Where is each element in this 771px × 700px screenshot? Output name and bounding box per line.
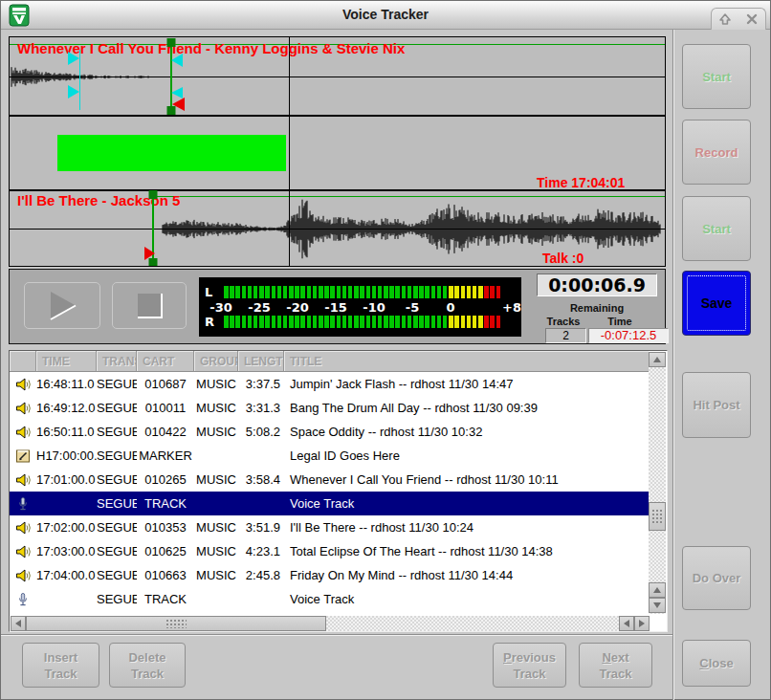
right-panel-divider — [672, 30, 674, 700]
row-trans-cell: SEGUE — [97, 515, 137, 539]
row-trans-cell: SEGUE — [97, 420, 137, 444]
column-header-group[interactable]: GROUP — [194, 351, 238, 372]
insert-track-button[interactable]: Insert Track — [22, 643, 99, 688]
row-time-cell: H17:00:00.0 — [36, 444, 97, 468]
table-row[interactable]: 16:49:12.0SEGUE010011MUSIC3:31.3Bang The… — [10, 396, 649, 420]
meter-segment — [425, 286, 430, 298]
vertical-scroll-thumb[interactable] — [649, 502, 666, 531]
row-length-cell: 3:51.9 — [238, 515, 284, 539]
start-2-button[interactable]: Start — [682, 196, 751, 261]
do-over-button[interactable]: Do Over — [682, 546, 751, 610]
scroll-up-button-2[interactable] — [649, 582, 666, 598]
waveform-base-layer — [10, 37, 665, 266]
meter-segment — [419, 316, 424, 328]
meter-segment — [300, 316, 305, 328]
meter-segment — [431, 286, 436, 298]
down-arrow-icon — [653, 602, 661, 608]
close-window-button[interactable] — [743, 11, 760, 27]
row-cart-cell: 010011 — [137, 396, 194, 420]
waveform-editor[interactable]: Whenever I Call You Friend - Kenny Loggi… — [9, 36, 666, 267]
stop-button[interactable] — [112, 282, 187, 329]
meter-segment — [366, 316, 371, 328]
meter-segment — [235, 316, 240, 328]
stop-icon — [113, 283, 186, 328]
voice-track-region[interactable] — [57, 135, 286, 171]
horizontal-scroll-thumb[interactable] — [26, 616, 326, 631]
column-header-icon[interactable] — [10, 351, 36, 372]
shade-window-button[interactable] — [716, 11, 734, 27]
meter-segment — [360, 316, 364, 328]
table-row[interactable]: 16:48:11.0SEGUE010687MUSIC3:37.5Jumpin' … — [10, 372, 649, 396]
row-time-cell — [36, 492, 97, 515]
column-header-length[interactable]: LENGTH — [238, 351, 284, 372]
delete-track-button[interactable]: Delete Track — [109, 643, 186, 688]
track-list-body: 16:48:11.0SEGUE010687MUSIC3:37.5Jumpin' … — [10, 372, 649, 615]
row-trans-cell: SEGUE — [97, 468, 137, 492]
meter-segment — [378, 316, 383, 328]
remaining-tracks-value: 2 — [545, 328, 586, 343]
meter-segment — [289, 286, 294, 298]
scroll-up-button[interactable] — [649, 352, 666, 367]
table-row[interactable]: H17:00:00.0SEGUEMARKERLegal ID Goes Here — [10, 444, 649, 468]
hit-post-button[interactable]: Hit Post — [682, 372, 751, 438]
scroll-right-button[interactable] — [634, 616, 650, 631]
scroll-left-button-2[interactable] — [619, 616, 634, 631]
column-header-title[interactable]: TITLE — [284, 351, 649, 372]
remaining-time-value: -0:07:12.5 — [588, 328, 669, 343]
horizontal-scrollbar[interactable] — [11, 616, 650, 631]
up-arrow-icon — [653, 357, 661, 362]
row-length-cell — [238, 492, 284, 515]
play-button[interactable] — [24, 282, 100, 329]
row-trans-cell: SEGUE — [97, 539, 137, 563]
row-time-cell: 17:01:00.0 — [36, 468, 97, 492]
meter-segment — [307, 286, 312, 298]
meter-segment — [230, 316, 234, 328]
close-button[interactable]: Close — [682, 640, 751, 687]
meter-segment — [259, 286, 264, 298]
column-header-trans[interactable]: TRANS — [97, 351, 137, 372]
record-button[interactable]: Record — [682, 120, 751, 185]
table-row[interactable]: 17:03:00.0SEGUE010625MUSIC4:23.1Total Ec… — [10, 539, 649, 563]
save-button[interactable]: Save — [682, 271, 751, 336]
table-row[interactable]: SEGUETRACKVoice Track — [10, 587, 649, 611]
row-type-icon-cell — [10, 539, 36, 563]
meter-segment — [224, 316, 229, 328]
row-type-icon-cell — [10, 468, 36, 492]
meter-scale-tick: +8 — [502, 300, 521, 315]
meter-segment — [283, 316, 288, 328]
meter-segment — [389, 316, 394, 328]
meter-segment — [330, 286, 335, 298]
row-type-icon-cell — [10, 587, 36, 611]
row-title-cell: Friday On My Mind -- rdhost 11/30 14:44 — [284, 563, 649, 587]
meter-scale-tick: -30 — [209, 300, 232, 315]
meter-scale-tick: -15 — [324, 300, 347, 315]
table-row[interactable]: 16:50:11.0SEGUE010422MUSIC5:08.2Space Od… — [10, 420, 649, 444]
meter-segment — [248, 286, 253, 298]
table-header: TIME TRANS CART GROUP LENGTH TITLE — [10, 351, 649, 372]
meter-segment — [253, 316, 258, 328]
scroll-down-button[interactable] — [649, 598, 666, 613]
meter-segment — [272, 316, 276, 328]
table-row[interactable]: 17:02:00.0SEGUE010353MUSIC3:51.9I'll Be … — [10, 515, 649, 539]
meter-segment — [348, 286, 353, 298]
next-track-button[interactable]: Next Track — [579, 643, 652, 688]
table-row[interactable]: 17:04:00.0SEGUE010663MUSIC2:45.8Friday O… — [10, 563, 649, 587]
table-row[interactable]: SEGUETRACKVoice Track — [10, 492, 649, 515]
column-header-cart[interactable]: CART — [137, 351, 194, 372]
previous-track-button[interactable]: Previous Track — [493, 643, 566, 688]
meter-segment — [389, 286, 394, 298]
meter-segment — [461, 316, 466, 328]
vertical-scrollbar[interactable] — [649, 352, 666, 614]
meter-segment — [402, 316, 407, 328]
up-arrow-icon — [653, 587, 661, 593]
column-header-time[interactable]: TIME — [36, 351, 97, 372]
meter-segment — [248, 316, 253, 328]
title-bar[interactable]: Voice Tracker — [1, 1, 770, 30]
meter-segment — [360, 286, 364, 298]
scroll-left-button[interactable] — [11, 616, 26, 631]
table-row[interactable]: 17:01:00.0SEGUE010265MUSIC3:58.4Whenever… — [10, 468, 649, 492]
row-type-icon-cell — [10, 563, 36, 587]
start-1-button[interactable]: Start — [682, 44, 751, 109]
track1-waveform — [11, 67, 149, 87]
row-type-icon-cell — [10, 396, 36, 420]
